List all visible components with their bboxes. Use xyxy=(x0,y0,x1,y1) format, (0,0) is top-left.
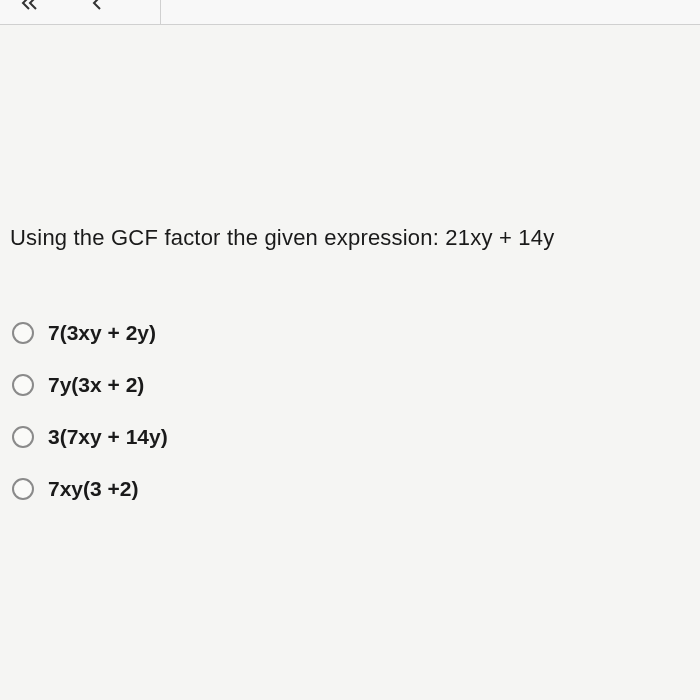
chevron-left-icon[interactable] xyxy=(90,0,104,11)
options-group: 7(3xy + 2y) 7y(3x + 2) 3(7xy + 14y) 7xy(… xyxy=(10,321,690,501)
nav-arrows xyxy=(20,0,104,11)
option-row: 7(3xy + 2y) xyxy=(12,321,690,345)
option-label: 7(3xy + 2y) xyxy=(48,321,156,345)
top-nav-bar xyxy=(0,0,700,25)
radio-button[interactable] xyxy=(12,478,34,500)
radio-button[interactable] xyxy=(12,322,34,344)
option-row: 7xy(3 +2) xyxy=(12,477,690,501)
nav-divider xyxy=(160,0,161,25)
question-prompt: Using the GCF factor the given expressio… xyxy=(10,225,690,251)
option-label: 7xy(3 +2) xyxy=(48,477,138,501)
option-row: 7y(3x + 2) xyxy=(12,373,690,397)
radio-button[interactable] xyxy=(12,426,34,448)
option-row: 3(7xy + 14y) xyxy=(12,425,690,449)
question-content: Using the GCF factor the given expressio… xyxy=(0,25,700,501)
double-chevron-left-icon[interactable] xyxy=(20,0,40,11)
radio-button[interactable] xyxy=(12,374,34,396)
option-label: 7y(3x + 2) xyxy=(48,373,144,397)
option-label: 3(7xy + 14y) xyxy=(48,425,168,449)
